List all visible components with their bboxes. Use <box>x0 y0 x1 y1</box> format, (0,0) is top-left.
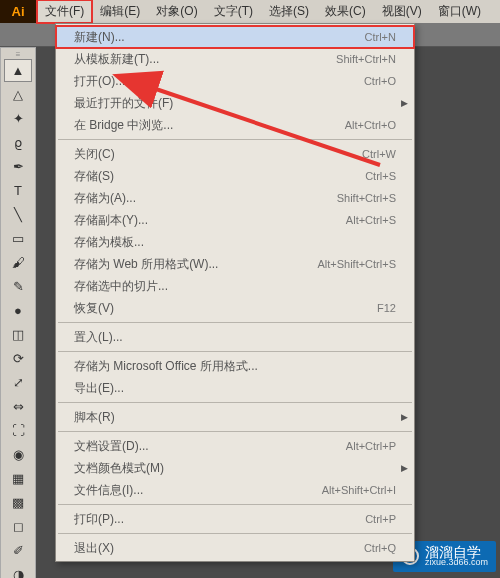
menu-entry-3[interactable]: 最近打开的文件(F)▶ <box>56 92 414 114</box>
free-transform-tool[interactable]: ⛶ <box>4 419 32 442</box>
menu-entry-13[interactable]: 恢复(V)F12 <box>56 297 414 319</box>
menu-separator <box>58 431 412 432</box>
menu-entry-label: 最近打开的文件(F) <box>74 95 396 112</box>
menu-item-3[interactable]: 文字(T) <box>206 0 261 23</box>
menu-entry-12[interactable]: 存储选中的切片... <box>56 275 414 297</box>
menu-item-5[interactable]: 效果(C) <box>317 0 374 23</box>
menu-entry-label: 文档颜色模式(M) <box>74 460 396 477</box>
direct-selection-tool[interactable]: △ <box>4 83 32 106</box>
watermark-subtitle: zixue.3d66.com <box>425 558 488 568</box>
panel-grip-icon: ≡ <box>4 51 32 57</box>
menu-entry-shortcut: F12 <box>377 302 396 314</box>
shape-builder-tool[interactable]: ◉ <box>4 443 32 466</box>
menu-entry-label: 在 Bridge 中浏览... <box>74 117 345 134</box>
menu-entry-label: 退出(X) <box>74 540 364 557</box>
menu-entry-15[interactable]: 置入(L)... <box>56 326 414 348</box>
menu-entry-24[interactable]: 文件信息(I)...Alt+Shift+Ctrl+I <box>56 479 414 501</box>
menu-separator <box>58 139 412 140</box>
menu-entry-0[interactable]: 新建(N)...Ctrl+N <box>56 26 414 48</box>
menu-entry-18[interactable]: 导出(E)... <box>56 377 414 399</box>
menu-entry-10[interactable]: 存储为模板... <box>56 231 414 253</box>
menu-entry-28[interactable]: 退出(X)Ctrl+Q <box>56 537 414 559</box>
menu-entry-label: 脚本(R) <box>74 409 396 426</box>
menu-separator <box>58 351 412 352</box>
mesh-tool[interactable]: ▩ <box>4 491 32 514</box>
menu-entry-shortcut: Shift+Ctrl+S <box>337 192 396 204</box>
menu-entry-shortcut: Alt+Ctrl+S <box>346 214 396 226</box>
rotate-tool[interactable]: ⟳ <box>4 347 32 370</box>
menu-entry-label: 存储为 Microsoft Office 所用格式... <box>74 358 396 375</box>
lasso-tool[interactable]: ϱ <box>4 131 32 154</box>
menu-entry-label: 置入(L)... <box>74 329 396 346</box>
menu-separator <box>58 402 412 403</box>
line-tool[interactable]: ╲ <box>4 203 32 226</box>
eyedropper-tool[interactable]: ✐ <box>4 539 32 562</box>
tools-panel: ≡ ▲△✦ϱ✒T╲▭🖌✎●◫⟳⤢⇔⛶◉▦▩◻✐◑❋▥▢✂✋🔍 <box>0 47 36 578</box>
menu-entry-shortcut: Ctrl+O <box>364 75 396 87</box>
menu-entry-label: 文件信息(I)... <box>74 482 322 499</box>
menu-entry-label: 存储(S) <box>74 168 365 185</box>
menubar: Ai 文件(F)编辑(E)对象(O)文字(T)选择(S)效果(C)视图(V)窗口… <box>0 0 500 23</box>
app-logo: Ai <box>0 0 37 23</box>
menu-entry-shortcut: Ctrl+S <box>365 170 396 182</box>
menu-entry-4[interactable]: 在 Bridge 中浏览...Alt+Ctrl+O <box>56 114 414 136</box>
blob-brush-tool[interactable]: ● <box>4 299 32 322</box>
menu-item-0[interactable]: 文件(F) <box>37 0 92 23</box>
scale-tool[interactable]: ⤢ <box>4 371 32 394</box>
menu-entry-label: 存储为(A)... <box>74 190 337 207</box>
submenu-arrow-icon: ▶ <box>401 98 408 108</box>
menu-entry-2[interactable]: 打开(O)...Ctrl+O <box>56 70 414 92</box>
pen-tool[interactable]: ✒ <box>4 155 32 178</box>
menu-entry-label: 新建(N)... <box>74 29 365 46</box>
menu-item-6[interactable]: 视图(V) <box>374 0 430 23</box>
menu-entry-label: 导出(E)... <box>74 380 396 397</box>
menu-entry-shortcut: Alt+Ctrl+O <box>345 119 396 131</box>
menu-entry-label: 存储为模板... <box>74 234 396 251</box>
menu-entry-26[interactable]: 打印(P)...Ctrl+P <box>56 508 414 530</box>
menu-item-4[interactable]: 选择(S) <box>261 0 317 23</box>
submenu-arrow-icon: ▶ <box>401 412 408 422</box>
menu-entry-label: 存储为 Web 所用格式(W)... <box>74 256 317 273</box>
menu-entry-shortcut: Ctrl+Q <box>364 542 396 554</box>
gradient-tool[interactable]: ◻ <box>4 515 32 538</box>
menu-entry-label: 打印(P)... <box>74 511 365 528</box>
menu-item-1[interactable]: 编辑(E) <box>92 0 148 23</box>
menu-entry-20[interactable]: 脚本(R)▶ <box>56 406 414 428</box>
magic-wand-tool[interactable]: ✦ <box>4 107 32 130</box>
menu-entry-8[interactable]: 存储为(A)...Shift+Ctrl+S <box>56 187 414 209</box>
menu-item-7[interactable]: 窗口(W) <box>430 0 489 23</box>
menu-entry-7[interactable]: 存储(S)Ctrl+S <box>56 165 414 187</box>
menu-entry-1[interactable]: 从模板新建(T)...Shift+Ctrl+N <box>56 48 414 70</box>
rectangle-tool[interactable]: ▭ <box>4 227 32 250</box>
type-tool[interactable]: T <box>4 179 32 202</box>
menu-entry-11[interactable]: 存储为 Web 所用格式(W)...Alt+Shift+Ctrl+S <box>56 253 414 275</box>
menu-entry-6[interactable]: 关闭(C)Ctrl+W <box>56 143 414 165</box>
menu-entry-label: 存储副本(Y)... <box>74 212 346 229</box>
menu-entry-shortcut: Ctrl+P <box>365 513 396 525</box>
menu-entry-shortcut: Alt+Ctrl+P <box>346 440 396 452</box>
menu-separator <box>58 322 412 323</box>
menu-entry-label: 存储选中的切片... <box>74 278 396 295</box>
menu-entry-17[interactable]: 存储为 Microsoft Office 所用格式... <box>56 355 414 377</box>
pencil-tool[interactable]: ✎ <box>4 275 32 298</box>
menu-entry-23[interactable]: 文档颜色模式(M)▶ <box>56 457 414 479</box>
menu-entry-shortcut: Alt+Shift+Ctrl+S <box>317 258 396 270</box>
menu-entry-shortcut: Shift+Ctrl+N <box>336 53 396 65</box>
selection-tool[interactable]: ▲ <box>4 59 32 82</box>
menu-entry-9[interactable]: 存储副本(Y)...Alt+Ctrl+S <box>56 209 414 231</box>
paintbrush-tool[interactable]: 🖌 <box>4 251 32 274</box>
menu-entry-22[interactable]: 文档设置(D)...Alt+Ctrl+P <box>56 435 414 457</box>
menu-entry-label: 从模板新建(T)... <box>74 51 336 68</box>
menu-separator <box>58 533 412 534</box>
eraser-tool[interactable]: ◫ <box>4 323 32 346</box>
menu-separator <box>58 504 412 505</box>
menu-entry-shortcut: Ctrl+N <box>365 31 396 43</box>
menu-entry-label: 打开(O)... <box>74 73 364 90</box>
menu-item-2[interactable]: 对象(O) <box>148 0 205 23</box>
blend-tool[interactable]: ◑ <box>4 563 32 578</box>
perspective-grid-tool[interactable]: ▦ <box>4 467 32 490</box>
menu-entry-label: 恢复(V) <box>74 300 377 317</box>
width-tool[interactable]: ⇔ <box>4 395 32 418</box>
submenu-arrow-icon: ▶ <box>401 463 408 473</box>
menu-entry-label: 关闭(C) <box>74 146 362 163</box>
